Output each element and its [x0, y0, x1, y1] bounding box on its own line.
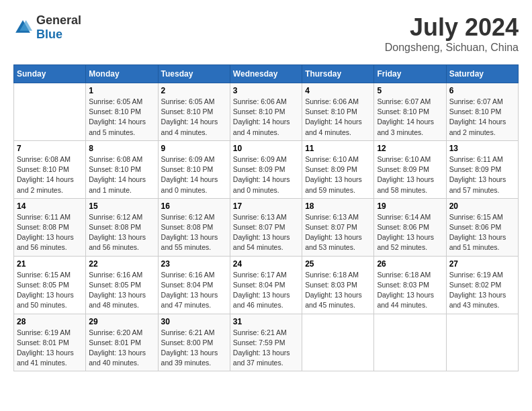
day-number: 2 [161, 86, 227, 95]
day-cell: 8Sunrise: 6:08 AMSunset: 8:10 PMDaylight… [86, 140, 158, 198]
header-tuesday: Tuesday [158, 65, 230, 83]
day-info: Sunrise: 6:08 AMSunset: 8:10 PMDaylight:… [17, 154, 83, 195]
day-cell: 29Sunrise: 6:20 AMSunset: 8:01 PMDayligh… [86, 314, 158, 371]
day-number: 11 [305, 144, 371, 153]
day-number: 6 [449, 86, 515, 95]
day-info: Sunrise: 6:09 AMSunset: 8:10 PMDaylight:… [161, 154, 227, 195]
day-number: 9 [161, 144, 227, 153]
day-info: Sunrise: 6:18 AMSunset: 8:03 PMDaylight:… [377, 270, 443, 311]
logo: General Blue [13, 13, 81, 42]
day-cell: 13Sunrise: 6:11 AMSunset: 8:09 PMDayligh… [446, 140, 518, 198]
day-info: Sunrise: 6:07 AMSunset: 8:10 PMDaylight:… [377, 97, 443, 138]
day-info: Sunrise: 6:10 AMSunset: 8:09 PMDaylight:… [377, 154, 443, 195]
header-thursday: Thursday [302, 65, 374, 83]
day-info: Sunrise: 6:16 AMSunset: 8:04 PMDaylight:… [161, 270, 227, 311]
day-cell: 15Sunrise: 6:12 AMSunset: 8:08 PMDayligh… [86, 198, 158, 256]
day-info: Sunrise: 6:12 AMSunset: 8:08 PMDaylight:… [161, 212, 227, 253]
day-number: 26 [377, 259, 443, 269]
day-number: 14 [17, 201, 83, 211]
day-info: Sunrise: 6:18 AMSunset: 8:03 PMDaylight:… [305, 270, 371, 311]
day-cell: 24Sunrise: 6:17 AMSunset: 8:04 PMDayligh… [230, 256, 302, 314]
header-monday: Monday [86, 65, 158, 83]
day-number: 28 [17, 317, 83, 326]
week-row-5: 28Sunrise: 6:19 AMSunset: 8:01 PMDayligh… [14, 314, 519, 371]
day-number: 30 [161, 317, 227, 326]
day-number: 15 [89, 201, 154, 211]
week-row-3: 14Sunrise: 6:11 AMSunset: 8:08 PMDayligh… [14, 198, 519, 256]
day-cell: 31Sunrise: 6:21 AMSunset: 7:59 PMDayligh… [230, 314, 302, 371]
day-info: Sunrise: 6:15 AMSunset: 8:05 PMDaylight:… [17, 270, 83, 311]
day-number: 19 [377, 201, 443, 211]
day-number: 22 [89, 259, 154, 269]
day-cell: 4Sunrise: 6:06 AMSunset: 8:10 PMDaylight… [302, 83, 374, 141]
day-info: Sunrise: 6:11 AMSunset: 8:08 PMDaylight:… [17, 212, 83, 253]
day-cell: 1Sunrise: 6:05 AMSunset: 8:10 PMDaylight… [86, 83, 158, 141]
day-cell: 7Sunrise: 6:08 AMSunset: 8:10 PMDaylight… [14, 140, 86, 198]
day-info: Sunrise: 6:06 AMSunset: 8:10 PMDaylight:… [305, 97, 371, 138]
day-info: Sunrise: 6:05 AMSunset: 8:10 PMDaylight:… [89, 97, 154, 138]
day-info: Sunrise: 6:14 AMSunset: 8:06 PMDaylight:… [377, 212, 443, 253]
day-cell: 18Sunrise: 6:13 AMSunset: 8:07 PMDayligh… [302, 198, 374, 256]
day-info: Sunrise: 6:16 AMSunset: 8:05 PMDaylight:… [89, 270, 154, 311]
day-info: Sunrise: 6:05 AMSunset: 8:10 PMDaylight:… [161, 97, 227, 138]
day-cell: 6Sunrise: 6:07 AMSunset: 8:10 PMDaylight… [446, 83, 518, 141]
day-info: Sunrise: 6:08 AMSunset: 8:10 PMDaylight:… [89, 154, 154, 195]
day-info: Sunrise: 6:09 AMSunset: 8:09 PMDaylight:… [233, 154, 299, 195]
day-info: Sunrise: 6:19 AMSunset: 8:01 PMDaylight:… [17, 328, 83, 369]
day-info: Sunrise: 6:21 AMSunset: 7:59 PMDaylight:… [233, 328, 299, 369]
day-cell: 14Sunrise: 6:11 AMSunset: 8:08 PMDayligh… [14, 198, 86, 256]
day-info: Sunrise: 6:06 AMSunset: 8:10 PMDaylight:… [233, 97, 299, 138]
header: General Blue July 2024 Dongsheng, Sichua… [13, 13, 519, 54]
header-wednesday: Wednesday [230, 65, 302, 83]
header-saturday: Saturday [446, 65, 518, 83]
day-cell: 26Sunrise: 6:18 AMSunset: 8:03 PMDayligh… [374, 256, 446, 314]
day-cell: 21Sunrise: 6:15 AMSunset: 8:05 PMDayligh… [14, 256, 86, 314]
day-cell: 12Sunrise: 6:10 AMSunset: 8:09 PMDayligh… [374, 140, 446, 198]
week-row-1: 1Sunrise: 6:05 AMSunset: 8:10 PMDaylight… [14, 83, 519, 141]
header-friday: Friday [374, 65, 446, 83]
day-info: Sunrise: 6:21 AMSunset: 8:00 PMDaylight:… [161, 328, 227, 369]
day-number: 27 [449, 259, 515, 269]
day-number: 20 [449, 201, 515, 211]
day-number: 10 [233, 144, 299, 153]
day-info: Sunrise: 6:17 AMSunset: 8:04 PMDaylight:… [233, 270, 299, 311]
day-cell: 27Sunrise: 6:19 AMSunset: 8:02 PMDayligh… [446, 256, 518, 314]
day-cell: 20Sunrise: 6:15 AMSunset: 8:06 PMDayligh… [446, 198, 518, 256]
day-number: 4 [305, 86, 371, 95]
day-info: Sunrise: 6:20 AMSunset: 8:01 PMDaylight:… [89, 328, 154, 369]
day-number: 25 [305, 259, 371, 269]
day-cell: 5Sunrise: 6:07 AMSunset: 8:10 PMDaylight… [374, 83, 446, 141]
title-area: July 2024 Dongsheng, Sichuan, China [385, 13, 519, 54]
day-number: 24 [233, 259, 299, 269]
day-cell: 16Sunrise: 6:12 AMSunset: 8:08 PMDayligh… [158, 198, 230, 256]
day-cell: 9Sunrise: 6:09 AMSunset: 8:10 PMDaylight… [158, 140, 230, 198]
day-info: Sunrise: 6:12 AMSunset: 8:08 PMDaylight:… [89, 212, 154, 253]
header-sunday: Sunday [14, 65, 86, 83]
day-cell: 23Sunrise: 6:16 AMSunset: 8:04 PMDayligh… [158, 256, 230, 314]
day-info: Sunrise: 6:07 AMSunset: 8:10 PMDaylight:… [449, 97, 515, 138]
day-cell: 28Sunrise: 6:19 AMSunset: 8:01 PMDayligh… [14, 314, 86, 371]
day-number: 17 [233, 201, 299, 211]
day-info: Sunrise: 6:15 AMSunset: 8:06 PMDaylight:… [449, 212, 515, 253]
day-cell [14, 83, 86, 141]
calendar-subtitle: Dongsheng, Sichuan, China [385, 42, 519, 54]
day-number: 1 [89, 86, 154, 95]
day-number: 23 [161, 259, 227, 269]
day-number: 8 [89, 144, 154, 153]
day-cell: 2Sunrise: 6:05 AMSunset: 8:10 PMDaylight… [158, 83, 230, 141]
day-cell: 10Sunrise: 6:09 AMSunset: 8:09 PMDayligh… [230, 140, 302, 198]
day-info: Sunrise: 6:13 AMSunset: 8:07 PMDaylight:… [305, 212, 371, 253]
week-row-2: 7Sunrise: 6:08 AMSunset: 8:10 PMDaylight… [14, 140, 519, 198]
logo-text: General Blue [36, 13, 81, 42]
day-number: 18 [305, 201, 371, 211]
day-info: Sunrise: 6:10 AMSunset: 8:09 PMDaylight:… [305, 154, 371, 195]
day-number: 12 [377, 144, 443, 153]
calendar-title: July 2024 [385, 13, 519, 42]
day-number: 29 [89, 317, 154, 326]
day-number: 5 [377, 86, 443, 95]
day-info: Sunrise: 6:13 AMSunset: 8:07 PMDaylight:… [233, 212, 299, 253]
day-number: 3 [233, 86, 299, 95]
day-cell [446, 314, 518, 371]
day-number: 21 [17, 259, 83, 269]
day-cell: 22Sunrise: 6:16 AMSunset: 8:05 PMDayligh… [86, 256, 158, 314]
